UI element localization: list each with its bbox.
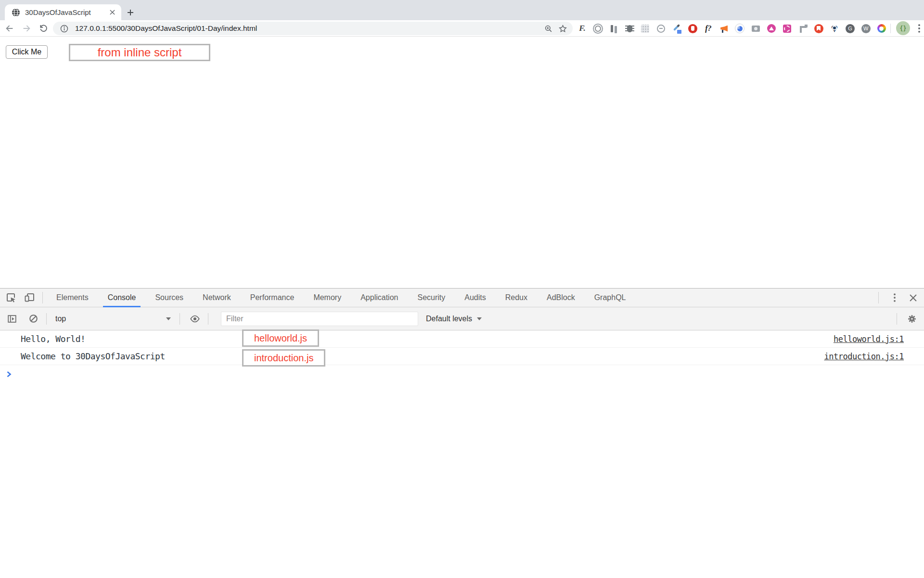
extensions-row: F. f? ♥ G W (577, 22, 887, 35)
devtools-tab-audits[interactable]: Audits (455, 289, 495, 307)
console-filter-input[interactable] (221, 312, 418, 326)
devtools-tab-adblock[interactable]: AdBlock (537, 289, 585, 307)
console-settings-gear-icon[interactable] (905, 312, 919, 326)
globe-favicon-icon (12, 8, 20, 17)
extension-bookmark-badge-icon[interactable] (813, 23, 824, 34)
browser-toolbar: F. f? ♥ G W {} (0, 20, 924, 37)
chevron-down-icon (166, 317, 171, 320)
extension-eyedropper-icon[interactable] (671, 23, 682, 34)
url-input[interactable] (74, 24, 543, 33)
console-toolbar: top Default levels (0, 307, 924, 330)
extension-bug-icon[interactable] (624, 23, 635, 34)
devtools-close-icon[interactable] (906, 290, 920, 305)
log-levels-dropdown[interactable]: Default levels (426, 315, 482, 323)
extension-paren-dash-icon[interactable] (655, 23, 667, 34)
extension-magenta-triangle-icon[interactable] (766, 23, 777, 34)
clear-console-icon[interactable] (26, 312, 40, 326)
extension-megaphone-icon[interactable] (719, 23, 730, 34)
console-sidebar-toggle-icon[interactable] (5, 312, 19, 326)
annotation-box: introduction.js (242, 349, 325, 367)
tabbar-divider (42, 292, 43, 303)
live-expression-eye-icon[interactable] (188, 312, 202, 326)
tab-close-icon[interactable] (108, 8, 116, 17)
execution-context-value: top (55, 315, 66, 323)
source-link[interactable]: introduction.js:1 (824, 352, 904, 361)
extension-glyph: W (863, 26, 868, 31)
console-message-row: Welcome to 30DaysOfJavaScript introducti… (0, 348, 924, 365)
console-messages: Hello, World! helloworld.js helloworld.j… (0, 330, 924, 578)
chrome-menu-kebab-icon[interactable] (913, 22, 924, 35)
console-toolbar-right-divider (897, 313, 897, 325)
console-prompt-chevron-icon (6, 371, 12, 378)
devtools-tabbar: Elements Console Sources Network Perform… (0, 289, 924, 307)
toolbar-divider (890, 24, 891, 33)
browser-tabstrip: 30DaysOfJavaScript (0, 0, 924, 20)
source-link[interactable]: helloworld.js:1 (834, 334, 904, 344)
extension-f-question-icon[interactable]: f? (703, 23, 714, 34)
extension-panel-bars-icon[interactable] (608, 23, 619, 34)
console-prompt[interactable] (0, 365, 924, 383)
console-message-row: Hello, World! helloworld.js helloworld.j… (0, 330, 924, 348)
extension-glyph: ♥ (831, 23, 838, 34)
devtools-tab-performance[interactable]: Performance (241, 289, 304, 307)
chevron-down-icon (477, 317, 482, 320)
annotation-box: helloworld.js (242, 329, 319, 347)
extension-bent-arrow-icon[interactable] (797, 23, 808, 34)
reload-icon[interactable] (37, 22, 50, 35)
devtools-tab-application[interactable]: Application (351, 289, 408, 307)
extension-font-script-icon[interactable]: F. (577, 23, 588, 34)
tabbar-right-divider (878, 292, 879, 303)
back-icon[interactable] (3, 22, 16, 35)
devtools-tab-redux[interactable]: Redux (496, 289, 537, 307)
extension-magenta-gear-icon[interactable] (782, 23, 793, 34)
devtools-menu-kebab-icon[interactable] (887, 290, 902, 305)
extension-glyph: f? (705, 24, 711, 33)
click-me-button[interactable]: Click Me (6, 45, 48, 59)
devtools-panel: Elements Console Sources Network Perform… (0, 288, 924, 578)
devtools-tab-network[interactable]: Network (193, 289, 241, 307)
omnibox[interactable] (53, 22, 573, 35)
extension-swirl-icon[interactable] (734, 23, 745, 34)
extension-glyph: G (848, 26, 852, 31)
extension-camera-icon[interactable] (750, 23, 761, 34)
page-content: Click Me from inline script (0, 37, 924, 288)
console-toolbar-divider (46, 313, 47, 325)
new-tab-button[interactable] (124, 6, 137, 19)
execution-context-dropdown[interactable]: top (55, 315, 174, 323)
devtools-tab-memory[interactable]: Memory (304, 289, 351, 307)
zoom-magnifier-icon[interactable] (543, 23, 553, 34)
bookmark-star-icon[interactable] (557, 23, 568, 34)
devtools-tab-security[interactable]: Security (408, 289, 455, 307)
console-toolbar-divider (208, 313, 208, 325)
inspect-element-icon[interactable] (4, 290, 18, 305)
extension-heart-magnifier-icon[interactable]: ♥ (829, 23, 840, 34)
extension-glyph: F. (579, 24, 585, 33)
log-levels-value: Default levels (426, 315, 472, 323)
devtools-tab-sources[interactable]: Sources (145, 289, 193, 307)
console-toolbar-divider (180, 313, 180, 325)
profile-avatar[interactable]: {} (896, 21, 910, 35)
device-toolbar-icon[interactable] (22, 290, 37, 305)
forward-icon[interactable] (20, 22, 33, 35)
tab-title: 30DaysOfJavaScript (25, 8, 108, 16)
devtools-tab-console[interactable]: Console (98, 289, 146, 307)
extension-color-ring-icon[interactable] (876, 23, 887, 34)
console-message-text: Hello, World! (21, 334, 85, 344)
console-message-text: Welcome to 30DaysOfJavaScript (21, 351, 165, 361)
avatar-glyph: {} (899, 25, 906, 32)
extension-target-rings-icon[interactable] (592, 23, 604, 34)
extension-g-badge-icon[interactable]: G (844, 23, 856, 34)
extension-w-badge-icon[interactable]: W (860, 23, 872, 34)
devtools-tab-elements[interactable]: Elements (47, 289, 98, 307)
devtools-tab-graphql[interactable]: GraphQL (585, 289, 636, 307)
browser-tab[interactable]: 30DaysOfJavaScript (5, 4, 121, 20)
inline-script-box: from inline script (69, 44, 210, 61)
site-info-icon[interactable] (59, 23, 69, 34)
extension-pattern-grid-icon[interactable] (640, 23, 651, 34)
extension-stop-hand-icon[interactable] (687, 23, 698, 34)
